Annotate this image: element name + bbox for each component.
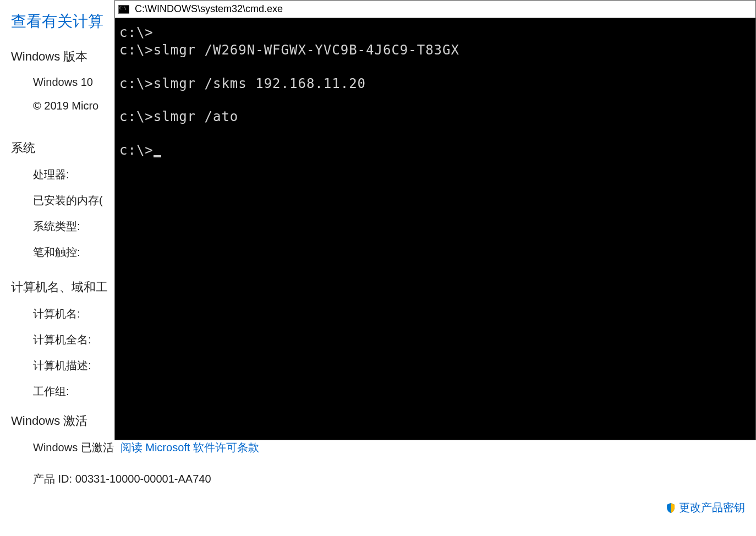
cmd-body[interactable]: c:\> c:\>slmgr /W269N-WFGWX-YVC9B-4J6C9-… [115, 18, 755, 165]
cmd-window[interactable]: C:\WINDOWS\system32\cmd.exe c:\> c:\>slm… [114, 0, 756, 440]
activation-row: Windows 已激活 阅读 Microsoft 软件许可条款 [33, 440, 756, 455]
cmd-icon [118, 5, 129, 14]
license-terms-link[interactable]: 阅读 Microsoft 软件许可条款 [120, 440, 259, 455]
cmd-line: c:\>slmgr /ato [119, 108, 751, 125]
cursor-icon [154, 155, 161, 157]
activation-status: Windows 已激活 [33, 440, 114, 455]
product-id: 产品 ID: 00331-10000-00001-AA740 [33, 472, 756, 486]
cmd-titlebar[interactable]: C:\WINDOWS\system32\cmd.exe [115, 1, 755, 18]
shield-icon [665, 502, 676, 513]
cmd-prompt: c:\> [119, 141, 751, 159]
cmd-line: c:\>slmgr /W269N-WFGWX-YVC9B-4J6C9-T83GX [119, 41, 751, 59]
change-product-key-link[interactable]: 更改产品密钥 [665, 500, 745, 515]
cmd-line: c:\> [119, 24, 751, 41]
change-key-text: 更改产品密钥 [679, 500, 745, 515]
cmd-line: c:\>slmgr /skms 192.168.11.20 [119, 75, 751, 92]
cmd-title: C:\WINDOWS\system32\cmd.exe [135, 3, 283, 15]
